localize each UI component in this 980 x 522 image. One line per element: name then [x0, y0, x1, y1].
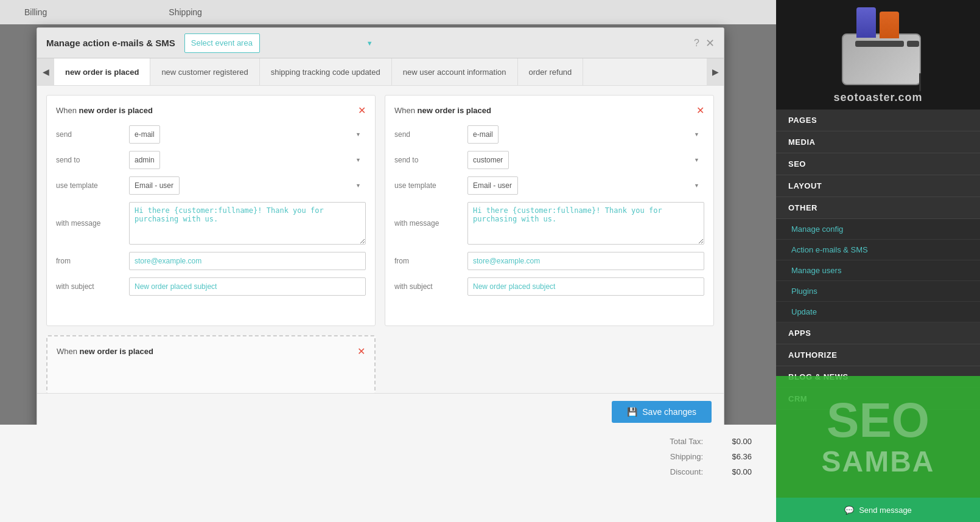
event-area-select-wrapper: Select event area ▼: [184, 33, 379, 53]
card-2-from-input[interactable]: [467, 252, 704, 270]
card-1-template-select[interactable]: Email - user: [129, 176, 180, 195]
card-2-subject-label: with subject: [394, 282, 467, 291]
card-1-template-select-wrap: Email - user: [129, 176, 366, 195]
sidebar-section-pages[interactable]: PAGES: [776, 110, 980, 131]
tab-shipping-tracking[interactable]: shipping tracking code updated: [260, 58, 392, 86]
card-2-template-select-wrap: Email - user: [467, 176, 704, 195]
card-1-from-input[interactable]: [129, 252, 366, 270]
tab-new-order[interactable]: new order is placed: [54, 58, 150, 86]
sidebar-item-plugins[interactable]: Plugins: [776, 281, 980, 302]
sidebar-section-apps[interactable]: APPS: [776, 322, 980, 344]
card-2-from-row: from: [394, 252, 704, 270]
sidebar-section-layout[interactable]: LAYOUT: [776, 175, 980, 197]
card-1-send-label: send: [56, 130, 129, 139]
card-1-sendto-select-wrap: admin: [129, 151, 366, 169]
seo-big-text: SEO: [827, 396, 929, 445]
modal-close-icon[interactable]: ✕: [705, 37, 715, 50]
card-2-send-select-wrap: e-mail: [467, 125, 704, 144]
card-2-template-row: use template Email - user: [394, 176, 704, 195]
card-1-message-row: with message Hi there {customer:fullname…: [56, 202, 366, 245]
tab-prev-button[interactable]: ◀: [37, 58, 54, 86]
card-2-subject-input[interactable]: [467, 277, 704, 296]
action-card-2: When new order is placed ✕ send e-mail s…: [385, 95, 714, 326]
bottom-row-discount: Discount: $0.00: [24, 464, 752, 479]
sidebar-item-manage-config[interactable]: Manage config: [776, 219, 980, 240]
card-2-send-label: send: [394, 130, 467, 139]
sidebar-menu: PAGES MEDIA SEO LAYOUT OTHER Manage conf…: [776, 110, 980, 410]
sidebar-section-seo[interactable]: SEO: [776, 153, 980, 175]
chat-icon: 💬: [844, 506, 854, 515]
samba-text: SAMBA: [822, 445, 935, 478]
send-message-button[interactable]: 💬 Send message: [776, 498, 980, 522]
bottom-row-tax: Total Tax: $0.00: [24, 434, 752, 449]
card-1-sendto-label: send to: [56, 156, 129, 164]
card-2-send-row: send e-mail: [394, 125, 704, 144]
send-message-label: Send message: [859, 506, 912, 515]
event-area-select[interactable]: Select event area: [184, 33, 260, 53]
sidebar-section-media[interactable]: MEDIA: [776, 131, 980, 153]
sidebar-brand: seotoaster.com: [833, 91, 922, 104]
modal-title: Manage action e-mails & SMS: [46, 38, 175, 48]
card-1-header: When new order is placed ✕: [56, 105, 366, 116]
card-2-from-label: from: [394, 257, 467, 265]
card-1-send-select[interactable]: e-mail: [129, 125, 160, 144]
sidebar-section-other[interactable]: OTHER: [776, 197, 980, 219]
sidebar-item-update[interactable]: Update: [776, 302, 980, 322]
help-icon[interactable]: ?: [694, 38, 699, 49]
card-1-from-label: from: [56, 257, 129, 265]
modal-header: Manage action e-mails & SMS Select event…: [37, 28, 724, 58]
card-2-message-textarea[interactable]: Hi there {customer:fullname}! Thank you …: [467, 202, 704, 245]
card-1-from-row: from: [56, 252, 366, 270]
card-1-sendto-select[interactable]: admin: [129, 151, 160, 169]
bottom-info: Total Tax: $0.00 Shipping: $6.36 Discoun…: [0, 425, 776, 522]
sidebar-item-action-emails[interactable]: Action e-mails & SMS: [776, 240, 980, 260]
save-label: Save changes: [642, 407, 696, 417]
card-2-template-select[interactable]: Email - user: [467, 176, 518, 195]
card-1-send-select-wrap: e-mail: [129, 125, 366, 144]
card-3-header: When new order is placed ✕: [57, 346, 365, 357]
card-2-close-icon[interactable]: ✕: [696, 105, 704, 116]
modal-header-actions: ? ✕: [694, 37, 715, 50]
tab-next-button[interactable]: ▶: [707, 58, 724, 86]
discount-label: Discount:: [630, 467, 703, 476]
card-1-template-row: use template Email - user: [56, 176, 366, 195]
card-2-sendto-row: send to customer: [394, 151, 704, 169]
card-1-message-textarea[interactable]: Hi there {customer:fullname}! Thank you …: [129, 202, 366, 245]
shipping-cost-label: Shipping:: [630, 452, 703, 461]
discount-value: $0.00: [703, 467, 752, 476]
total-tax-value: $0.00: [703, 437, 752, 446]
card-2-event-name: new order is placed: [418, 106, 491, 115]
tabs-container: new order is placed new customer registe…: [54, 58, 707, 86]
select-arrow-icon: ▼: [366, 40, 373, 47]
card-3-event-name: new order is placed: [80, 347, 153, 356]
card-2-header: When new order is placed ✕: [394, 105, 704, 116]
card-1-sendto-row: send to admin: [56, 151, 366, 169]
card-2-sendto-select[interactable]: customer: [467, 151, 509, 169]
billing-bar: Billing Shipping: [0, 0, 776, 24]
total-tax-label: Total Tax:: [630, 437, 703, 446]
card-1-subject-label: with subject: [56, 282, 129, 291]
card-3-close-icon[interactable]: ✕: [357, 346, 365, 357]
card-2-subject-row: with subject: [394, 277, 704, 296]
action-card-3: When new order is placed ✕: [46, 335, 376, 393]
save-changes-button[interactable]: 💾 Save changes: [612, 401, 712, 423]
card-2-sendto-select-wrap: customer: [467, 151, 704, 169]
seo-overlay: SEO SAMBA: [776, 376, 980, 498]
card-1-subject-input[interactable]: [129, 277, 366, 296]
card-2-sendto-label: send to: [394, 156, 467, 164]
modal-footer: 💾 Save changes: [37, 393, 724, 430]
card-1-message-label: with message: [56, 219, 129, 228]
card-1-close-icon[interactable]: ✕: [358, 105, 366, 116]
tabs-bar: ◀ new order is placed new customer regis…: [37, 58, 724, 86]
card-1-event-name: new order is placed: [79, 106, 153, 115]
sidebar-section-authorize[interactable]: AUTHORIZE: [776, 344, 980, 366]
card-2-message-label: with message: [394, 219, 467, 228]
tab-new-customer[interactable]: new customer registered: [150, 58, 259, 86]
save-icon: 💾: [627, 407, 637, 417]
card-1-template-label: use template: [56, 181, 129, 190]
card-2-message-row: with message Hi there {customer:fullname…: [394, 202, 704, 245]
tab-user-account[interactable]: new user account information: [392, 58, 518, 86]
tab-order-refund[interactable]: order refund: [518, 58, 584, 86]
card-2-send-select[interactable]: e-mail: [467, 125, 499, 144]
sidebar-item-manage-users[interactable]: Manage users: [776, 260, 980, 281]
